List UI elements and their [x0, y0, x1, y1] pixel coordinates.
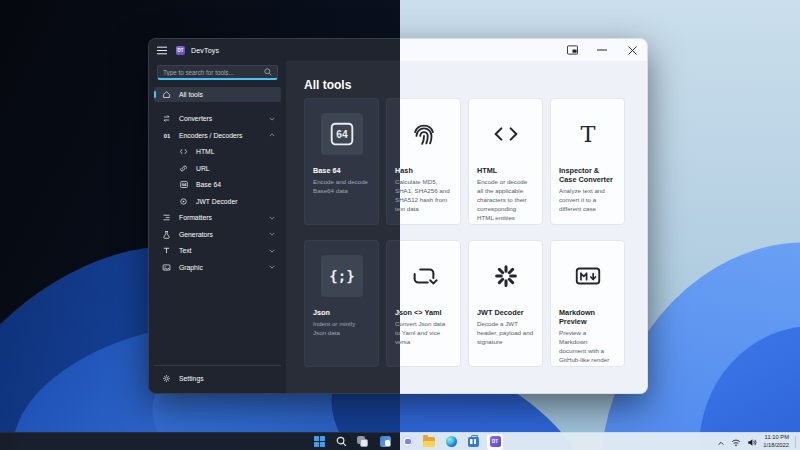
close-button[interactable]: [617, 39, 647, 61]
window-controls: [557, 39, 647, 61]
chat-icon[interactable]: [399, 434, 415, 450]
svg-text:01: 01: [163, 132, 170, 138]
chevron-down-icon: [269, 265, 275, 269]
tool-card-markdown-preview[interactable]: Markdown Preview Preview a Markdown docu…: [550, 240, 625, 367]
minimize-button[interactable]: [587, 39, 617, 61]
widgets-icon[interactable]: [377, 434, 393, 450]
system-tray: 11:10 PM 1/18/2022: [717, 433, 797, 450]
chevron-up-icon: [269, 133, 275, 137]
tool-card-jwt-decoder[interactable]: JWT Decoder Decode a JWT header, payload…: [468, 240, 543, 367]
chevron-down-icon: [269, 216, 275, 220]
svg-text:64: 64: [336, 129, 348, 140]
sidebar-item-converters[interactable]: Converters: [154, 111, 281, 126]
search-placeholder: Type to search for tools...: [163, 69, 264, 76]
sidebar-item-jwt-decoder[interactable]: JWT Decoder: [154, 194, 281, 209]
chevron-down-icon: [269, 117, 275, 121]
link-icon: [178, 164, 189, 173]
screen: DT DevToys Type to search for tools...: [0, 0, 800, 450]
svg-text:{;}: {;}: [329, 268, 354, 284]
gear-icon: [161, 374, 172, 383]
sidebar: Type to search for tools... All tools Co…: [149, 61, 286, 393]
convert-loop-icon: [403, 255, 445, 297]
sidebar-item-all-tools[interactable]: All tools: [154, 87, 281, 102]
sidebar-item-generators[interactable]: Generators: [154, 227, 281, 242]
home-icon: [161, 90, 172, 99]
markdown-icon: [567, 255, 609, 297]
edge-icon[interactable]: [443, 434, 459, 450]
letter-t-icon: T: [567, 113, 609, 155]
store-icon[interactable]: [465, 434, 481, 450]
tool-card-json[interactable]: {;} Json Indent or minify Json data: [304, 240, 379, 367]
hamburger-menu-icon[interactable]: [157, 46, 167, 55]
indent-icon: [161, 213, 172, 222]
text-icon: [161, 246, 172, 255]
taskbar-search-icon[interactable]: [333, 434, 349, 450]
compact-overlay-button[interactable]: [557, 39, 587, 61]
network-icon[interactable]: [731, 433, 741, 450]
settings-area: Settings: [149, 365, 286, 388]
clock-time: 11:10 PM: [763, 434, 789, 442]
sidebar-item-html[interactable]: HTML: [154, 144, 281, 159]
sidebar-item-settings[interactable]: Settings: [154, 371, 281, 386]
search-input[interactable]: Type to search for tools...: [157, 65, 278, 80]
code-brackets-icon: [485, 113, 527, 155]
search-icon[interactable]: [264, 68, 272, 76]
code-brackets-icon: [178, 147, 189, 156]
sidebar-item-encoders-decoders[interactable]: 01 Encoders / Decoders: [154, 128, 281, 143]
window-title: DevToys: [191, 47, 219, 54]
tray-chevron-up-icon[interactable]: [717, 433, 725, 450]
beaker-icon: [161, 230, 172, 239]
svg-text:64: 64: [181, 183, 186, 187]
tool-card-base64[interactable]: 64 Base 64 Encode and decode Base64 data: [304, 98, 379, 225]
chevron-down-icon: [269, 232, 275, 236]
sidebar-item-base64[interactable]: 64 Base 64: [154, 177, 281, 192]
fingerprint-icon: [403, 113, 445, 155]
start-button[interactable]: [311, 434, 327, 450]
sidebar-nav: All tools Converters 01 Encoders / Decod…: [149, 87, 286, 275]
taskbar-clock[interactable]: 11:10 PM 1/18/2022: [763, 434, 789, 449]
starburst-icon: [485, 255, 527, 297]
base64-square-icon: 64: [321, 113, 363, 155]
clock-date: 1/18/2022: [763, 442, 789, 450]
token-icon: [178, 197, 189, 206]
image-icon: [161, 263, 172, 272]
chevron-down-icon: [269, 249, 275, 253]
sidebar-item-url[interactable]: URL: [154, 161, 281, 176]
base64-icon: 64: [178, 180, 189, 189]
binary-icon: 01: [161, 131, 172, 140]
tool-card-html[interactable]: HTML Encode or decode all the applicable…: [468, 98, 543, 225]
volume-icon[interactable]: [747, 433, 757, 450]
file-explorer-icon[interactable]: [421, 434, 437, 450]
task-view-icon[interactable]: [355, 434, 371, 450]
devtoys-taskbar-icon[interactable]: DT: [487, 434, 503, 450]
svg-text:T: T: [580, 121, 595, 147]
json-braces-icon: {;}: [321, 255, 363, 297]
tool-card-inspector-case-converter[interactable]: T Inspector & Case Converter Analyze tex…: [550, 98, 625, 225]
devtoys-logo-icon: DT: [176, 46, 185, 55]
swap-arrows-icon: [161, 114, 172, 123]
sidebar-item-graphic[interactable]: Graphic: [154, 260, 281, 275]
show-desktop-button[interactable]: [795, 436, 797, 448]
sidebar-item-formatters[interactable]: Formatters: [154, 210, 281, 225]
sidebar-divider: [154, 365, 281, 366]
sidebar-item-text[interactable]: Text: [154, 243, 281, 258]
